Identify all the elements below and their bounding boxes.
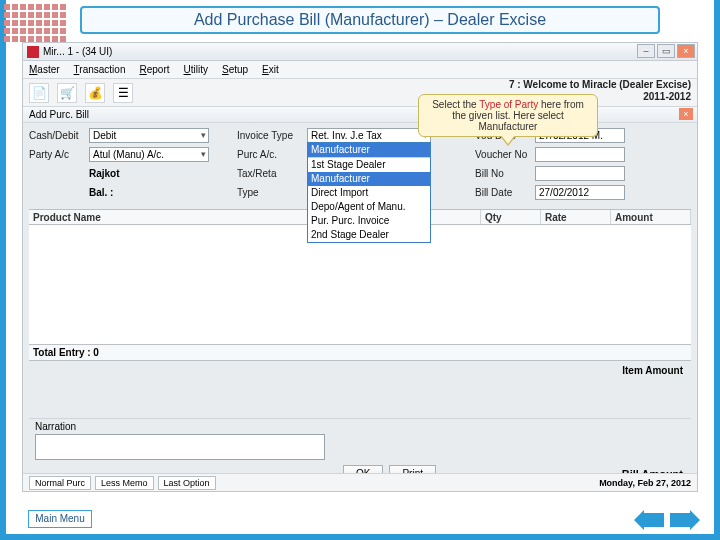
bill-no-label: Bill No [475,168,535,179]
menubar: Master Transaction Report Utility Setup … [23,61,697,79]
narration-input[interactable] [35,434,325,460]
col-amount: Amount [611,210,691,224]
status-normal-purc[interactable]: Normal Purc [29,476,91,490]
grid-body[interactable] [29,225,691,345]
total-entry: Total Entry : 0 [29,345,691,360]
vou-no-input[interactable] [535,147,625,162]
col-qty: Qty [481,210,541,224]
type-option[interactable]: 1st Stage Dealer [308,158,430,172]
type-label: Type [237,187,307,198]
invoice-type-label: Invoice Type [237,130,307,141]
item-amount-label: Item Amount [29,361,691,419]
menu-utility[interactable]: Utility [184,64,208,75]
taxreta-label: Tax/Reta [237,168,307,179]
bill-no-input[interactable] [535,166,625,181]
decorative-dots [4,4,66,42]
type-option[interactable]: Direct Import [308,186,430,200]
purc-label: Purc A/c. [237,149,307,160]
city-value: Rajkot [89,168,120,179]
status-less-memo[interactable]: Less Memo [95,476,154,490]
narration-label: Narration [35,421,685,432]
prev-arrow-icon[interactable] [634,510,664,530]
menu-master[interactable]: Master [29,64,60,75]
type-option[interactable]: Pur. Purc. Invoice [308,214,430,228]
menu-setup[interactable]: Setup [222,64,248,75]
type-selected[interactable]: Manufacturer [308,143,430,157]
app-icon [27,46,39,58]
window-title: Mir... 1 - (34 UI) [43,46,112,57]
col-rate: Rate [541,210,611,224]
window-titlebar: Mir... 1 - (34 UI) – ▭ × [23,43,697,61]
cash-debit-select[interactable]: Debit [89,128,209,143]
status-last-option[interactable]: Last Option [158,476,216,490]
type-option[interactable]: Depo/Agent of Manu. [308,200,430,214]
minimize-button[interactable]: – [637,44,655,58]
statusbar: Normal Purc Less Memo Last Option Monday… [23,473,697,491]
bag-icon[interactable]: 💰 [85,83,105,103]
cart-icon[interactable]: 🛒 [57,83,77,103]
list-icon[interactable]: ☰ [113,83,133,103]
help-callout: Select the Type of Party here from the g… [418,94,598,137]
main-menu-button[interactable]: Main Menu [28,510,92,528]
status-date: Monday, Feb 27, 2012 [599,478,691,488]
menu-exit[interactable]: Exit [262,64,279,75]
type-option[interactable]: 2nd Stage Dealer [308,228,430,242]
type-select[interactable]: Manufacturer 1st Stage Dealer Manufactur… [307,142,431,243]
balance-label: Bal. : [89,187,113,198]
close-button[interactable]: × [677,44,695,58]
new-doc-icon[interactable]: 📄 [29,83,49,103]
cash-debit-label: Cash/Debit [29,130,89,141]
party-select[interactable]: Atul (Manu) A/c. [89,147,209,162]
type-dropdown-list: 1st Stage Dealer Manufacturer Direct Imp… [308,157,430,242]
menu-transaction[interactable]: Transaction [74,64,126,75]
menu-report[interactable]: Report [139,64,169,75]
maximize-button[interactable]: ▭ [657,44,675,58]
subwindow-close-icon[interactable]: × [679,108,693,120]
page-title: Add Purchase Bill (Manufacturer) – Deale… [80,6,660,34]
next-arrow-icon[interactable] [670,510,700,530]
bill-date-label: Bill Date [475,187,535,198]
bill-date-input[interactable]: 27/02/2012 [535,185,625,200]
type-option[interactable]: Manufacturer [308,172,430,186]
invoice-type-select[interactable]: Ret. Inv. J.e Tax [307,128,431,143]
vou-no-label: Voucher No [475,149,535,160]
svg-marker-1 [670,510,700,530]
party-label: Party A/c [29,149,89,160]
svg-marker-0 [634,510,664,530]
